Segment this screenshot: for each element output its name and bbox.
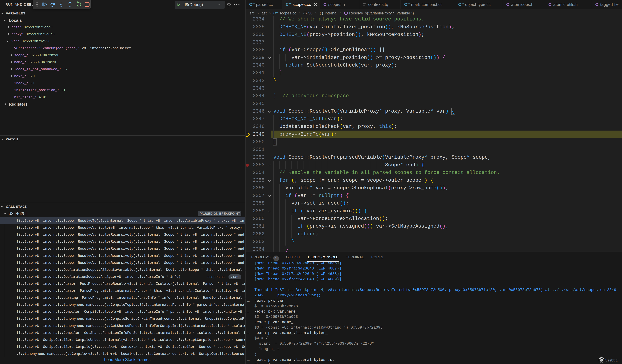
svg-text:Seebug: Seebug — [605, 358, 618, 363]
